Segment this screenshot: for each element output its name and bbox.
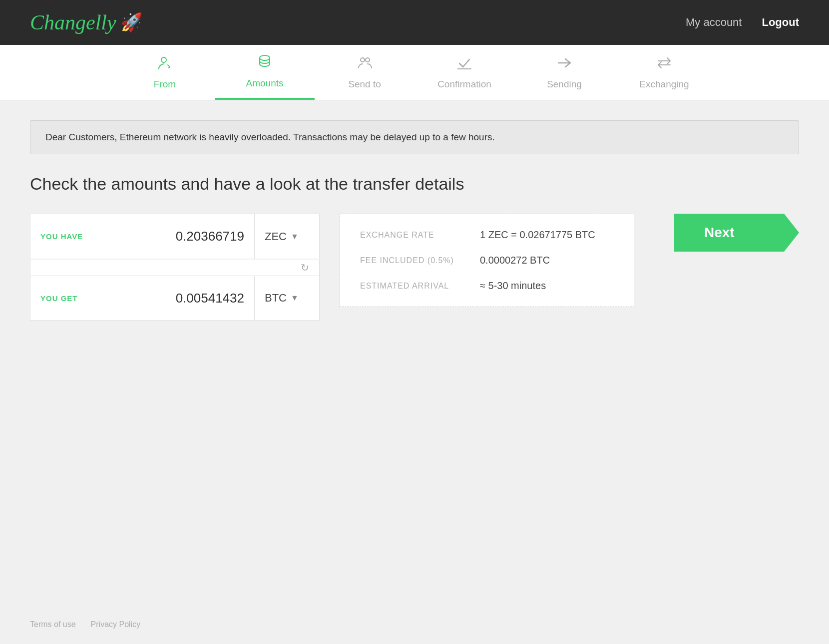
logout-button[interactable]: Logout [762, 16, 799, 29]
you-get-box: YOU GET 0.00541432 BTC ▼ [30, 276, 320, 321]
terms-link[interactable]: Terms of use [30, 620, 76, 629]
you-get-currency: BTC [265, 292, 287, 305]
exchange-details-panel: EXCHANGE RATE 1 ZEC = 0.02671775 BTC FEE… [340, 214, 634, 307]
fee-value: 0.0000272 BTC [480, 255, 550, 266]
svg-point-1 [260, 55, 270, 60]
logo: Changelly 🚀 [30, 10, 143, 34]
you-have-currency-selector[interactable]: ZEC ▼ [254, 214, 309, 259]
step-from-label: From [154, 79, 176, 90]
step-confirmation[interactable]: Confirmation [414, 45, 514, 100]
step-confirmation-icon [456, 55, 472, 75]
step-send-to[interactable]: Send to [315, 45, 414, 100]
main-content: Dear Customers, Ethereum network is heav… [0, 100, 829, 341]
content-row: YOU HAVE 0.20366719 ZEC ▼ ↻ YOU GET 0.00… [30, 214, 799, 322]
left-panel: YOU HAVE 0.20366719 ZEC ▼ ↻ YOU GET 0.00… [30, 214, 320, 322]
svg-point-2 [361, 58, 365, 62]
step-amounts-label: Amounts [246, 78, 284, 89]
step-exchanging-icon [656, 55, 672, 75]
next-button[interactable]: Next [674, 214, 799, 252]
you-get-amount: 0.00541432 [100, 291, 254, 306]
step-amounts[interactable]: Amounts [215, 45, 315, 100]
refresh-icon: ↻ [301, 262, 309, 274]
you-have-currency: ZEC [265, 230, 287, 243]
step-from[interactable]: From [115, 45, 215, 100]
step-sending-icon [556, 55, 572, 75]
you-get-currency-selector[interactable]: BTC ▼ [254, 276, 309, 320]
swap-divider: ↻ [30, 260, 320, 276]
chevron-down-icon: ▼ [291, 232, 299, 241]
header: Changelly 🚀 My account Logout [0, 0, 829, 45]
svg-point-3 [366, 58, 370, 62]
arrival-row: ESTIMATED ARRIVAL ≈ 5-30 minutes [360, 280, 614, 292]
you-have-label: YOU HAVE [40, 232, 100, 241]
step-send-to-label: Send to [348, 79, 381, 90]
you-have-amount: 0.20366719 [100, 229, 254, 244]
logo-text: Changelly [30, 10, 116, 34]
privacy-link[interactable]: Privacy Policy [91, 620, 141, 629]
step-amounts-icon [257, 54, 273, 74]
exchange-rate-row: EXCHANGE RATE 1 ZEC = 0.02671775 BTC [360, 229, 614, 241]
step-nav: From Amounts Send to [0, 45, 829, 100]
exchange-rate-label: EXCHANGE RATE [360, 231, 480, 240]
step-from-icon [157, 55, 173, 75]
arrival-label: ESTIMATED ARRIVAL [360, 282, 480, 291]
alert-banner: Dear Customers, Ethereum network is heav… [30, 120, 799, 154]
step-exchanging-label: Exchanging [639, 79, 689, 90]
svg-point-0 [161, 57, 166, 62]
step-sending-label: Sending [547, 79, 582, 90]
page-title: Check the amounts and have a look at the… [30, 174, 799, 194]
my-account-link[interactable]: My account [686, 16, 742, 29]
step-sending[interactable]: Sending [514, 45, 614, 100]
you-get-label: YOU GET [40, 294, 100, 303]
step-send-to-icon [357, 55, 373, 75]
exchange-rate-value: 1 ZEC = 0.02671775 BTC [480, 229, 595, 241]
step-confirmation-label: Confirmation [437, 79, 491, 90]
header-right: My account Logout [686, 16, 799, 29]
logo-rocket-icon: 🚀 [120, 12, 143, 33]
chevron-down-icon-2: ▼ [291, 294, 299, 303]
footer: Terms of use Privacy Policy [30, 620, 140, 629]
you-have-box: YOU HAVE 0.20366719 ZEC ▼ [30, 214, 320, 259]
fee-row: FEE INCLUDED (0.5%) 0.0000272 BTC [360, 255, 614, 266]
step-exchanging[interactable]: Exchanging [614, 45, 714, 100]
fee-label: FEE INCLUDED (0.5%) [360, 256, 480, 265]
alert-message: Dear Customers, Ethereum network is heav… [45, 132, 495, 142]
next-btn-container: Next [674, 214, 799, 252]
arrival-value: ≈ 5-30 minutes [480, 280, 546, 292]
